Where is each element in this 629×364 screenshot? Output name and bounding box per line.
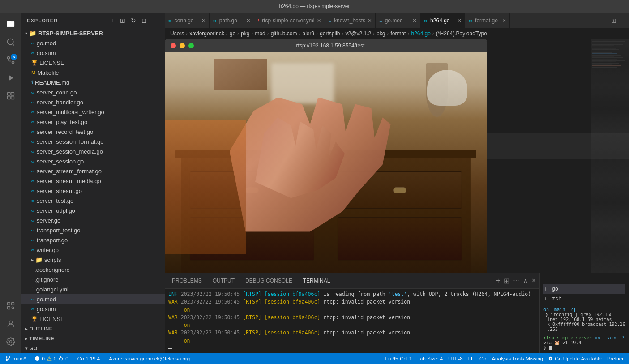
minimize-window-button[interactable]: [180, 43, 185, 48]
status-errors[interactable]: 0 0 0: [33, 353, 70, 364]
list-item[interactable]: ∞ server_multicast_writer.go: [21, 107, 165, 117]
status-azure[interactable]: Azure: xavier.geerinck@telcosa.org: [107, 353, 192, 364]
accounts-activity-icon[interactable]: [3, 316, 19, 332]
list-item[interactable]: ∞ server_stream_format.go: [21, 166, 165, 176]
tab-h264-go[interactable]: ∞ h264.go ×: [420, 13, 465, 28]
terminal-up-icon[interactable]: ∧: [523, 277, 528, 285]
list-item[interactable]: ∞ server_stream.go: [21, 186, 165, 196]
breadcrumb-file[interactable]: h264.go: [411, 30, 430, 37]
settings-activity-icon[interactable]: [3, 334, 19, 350]
list-item[interactable]: ∞ server_test.go: [21, 196, 165, 206]
refresh-icon[interactable]: ↻: [129, 16, 138, 25]
terminal-right-zsh[interactable]: ⊢ zsh: [543, 294, 625, 304]
terminal-tab-output[interactable]: OUTPUT: [209, 276, 238, 286]
status-tab-size[interactable]: Tab Size: 4: [415, 356, 445, 361]
tab-format-go[interactable]: ∞ format.go ×: [465, 13, 510, 28]
list-item[interactable]: 🏆 LICENSE: [21, 58, 165, 68]
tab-known-hosts[interactable]: ≡ known_hosts ×: [325, 13, 376, 28]
terminal-tab-terminal[interactable]: TERMINAL: [300, 276, 334, 286]
tab-rtsp-yml[interactable]: ! rtsp-simple-server.yml ×: [254, 13, 325, 28]
more-tabs-icon[interactable]: ···: [620, 17, 625, 24]
list-item[interactable]: M Makefile: [21, 68, 165, 77]
tab-path-go[interactable]: ∞ path.go ×: [210, 13, 254, 28]
list-item[interactable]: ∞ server_conn.go: [21, 87, 165, 97]
source-control-activity-icon[interactable]: 3: [3, 52, 19, 68]
tab-close-button[interactable]: ×: [458, 17, 461, 24]
breadcrumb-pkg2[interactable]: pkg: [377, 30, 385, 37]
list-item[interactable]: ℹ README.md: [21, 77, 165, 87]
terminal-tab-debug[interactable]: DEBUG CONSOLE: [242, 276, 296, 286]
list-item[interactable]: ∞ go.sum: [21, 48, 165, 58]
tab-close-button[interactable]: ×: [413, 17, 416, 24]
list-item[interactable]: · .gitignore: [21, 274, 165, 284]
tab-close-button[interactable]: ×: [317, 17, 321, 24]
status-go-update[interactable]: Go Update Available: [547, 356, 603, 361]
list-item[interactable]: ∞ server.go: [21, 215, 165, 225]
list-item[interactable]: ∞ server_record_test.go: [21, 127, 165, 137]
video-player[interactable]: rtsp://192.168.1.59:8554/test: [165, 39, 487, 273]
list-item[interactable]: ∞ server_handler.go: [21, 97, 165, 107]
list-item[interactable]: ∞ server_play_test.go: [21, 117, 165, 127]
list-item[interactable]: ∞ go.mod: [21, 38, 165, 48]
list-item[interactable]: ∞ server_session_format.go: [21, 137, 165, 146]
list-item[interactable]: ∞ server_session_media.go: [21, 146, 165, 156]
status-prettier[interactable]: Prettier: [605, 356, 625, 361]
timeline-section[interactable]: ▸ TIMELINE: [21, 334, 165, 343]
status-line[interactable]: Ln 95 Col 1: [384, 356, 414, 361]
tab-close-button[interactable]: ×: [368, 17, 372, 24]
status-language[interactable]: Go: [478, 356, 488, 361]
list-item[interactable]: ∞ server_stream_media.go: [21, 176, 165, 186]
close-window-button[interactable]: [171, 43, 176, 48]
maximize-window-button[interactable]: [188, 43, 194, 48]
new-terminal-icon[interactable]: +: [496, 277, 500, 285]
outline-section[interactable]: ▸ OUTLINE: [21, 324, 165, 334]
project-folder[interactable]: ▾ 📁 RTSP-SIMPLE-SERVER: [21, 28, 165, 38]
go-mod-active-item[interactable]: ∞ go.mod: [21, 294, 165, 304]
explorer-activity-icon[interactable]: [3, 16, 19, 32]
breadcrumb-pkg[interactable]: pkg: [241, 30, 249, 37]
status-encoding[interactable]: UTF-8: [446, 356, 465, 361]
list-item[interactable]: ∞ go.sum: [21, 304, 165, 314]
status-branch[interactable]: main*: [4, 353, 27, 364]
tab-conn-go[interactable]: ∞ conn.go ×: [165, 13, 210, 28]
breadcrumb-aler9[interactable]: aler9: [302, 30, 314, 37]
tab-close-button[interactable]: ×: [202, 17, 205, 24]
writer-go-item[interactable]: ∞ writer.go: [21, 245, 165, 255]
new-folder-icon[interactable]: ⊞: [118, 16, 127, 25]
breadcrumb-format[interactable]: format: [390, 30, 406, 37]
list-item[interactable]: ∞ server_udpl.go: [21, 206, 165, 215]
status-eol[interactable]: LF: [466, 356, 476, 361]
breadcrumb-xavier[interactable]: xaviergeerinck: [189, 30, 224, 37]
list-item[interactable]: ∞ transport_test.go: [21, 225, 165, 235]
more-terminal-icon[interactable]: ···: [513, 277, 519, 285]
list-item[interactable]: 🏆 LICENSE: [21, 314, 165, 324]
status-go-version[interactable]: Go 1.19.4: [76, 353, 102, 364]
breadcrumb-github[interactable]: github.com: [271, 30, 297, 37]
status-analysis-tools[interactable]: Analysis Tools Missing: [490, 356, 545, 361]
go-section[interactable]: ▾ GO: [21, 343, 165, 353]
breadcrumb-go[interactable]: go: [230, 30, 235, 37]
tab-close-button[interactable]: ×: [502, 17, 506, 24]
breadcrumb-gortsplib[interactable]: gortsplib: [320, 30, 340, 37]
list-item[interactable]: · .dockerignore: [21, 265, 165, 274]
tab-close-button[interactable]: ×: [247, 17, 250, 24]
search-activity-icon[interactable]: [3, 34, 19, 50]
split-editor-icon[interactable]: ⊞: [611, 17, 616, 24]
more-actions-icon[interactable]: ···: [150, 16, 159, 25]
golangci-yml-item[interactable]: ! .golangci.yml: [21, 284, 165, 294]
breadcrumb-users[interactable]: Users: [170, 30, 184, 37]
terminal-tab-problems[interactable]: PROBLEMS: [168, 276, 205, 286]
list-item[interactable]: ∞ server_session.go: [21, 156, 165, 166]
breadcrumb-method[interactable]: (*H264).PayloadType: [436, 30, 487, 37]
remote-activity-icon[interactable]: [3, 298, 19, 314]
new-file-icon[interactable]: +: [109, 16, 116, 25]
scripts-folder[interactable]: ▸ 📁 scripts: [21, 255, 165, 265]
run-debug-activity-icon[interactable]: [3, 70, 19, 86]
split-terminal-icon[interactable]: ⊞: [504, 277, 509, 285]
breadcrumb-mod[interactable]: mod: [255, 30, 265, 37]
tab-go-mod[interactable]: ≡ go.mod ×: [376, 13, 420, 28]
terminal-close-icon[interactable]: ×: [532, 277, 536, 285]
collapse-all-icon[interactable]: ⊟: [140, 16, 149, 25]
breadcrumb-version[interactable]: v2@v2.1.2: [346, 30, 372, 37]
extensions-activity-icon[interactable]: [3, 88, 19, 104]
